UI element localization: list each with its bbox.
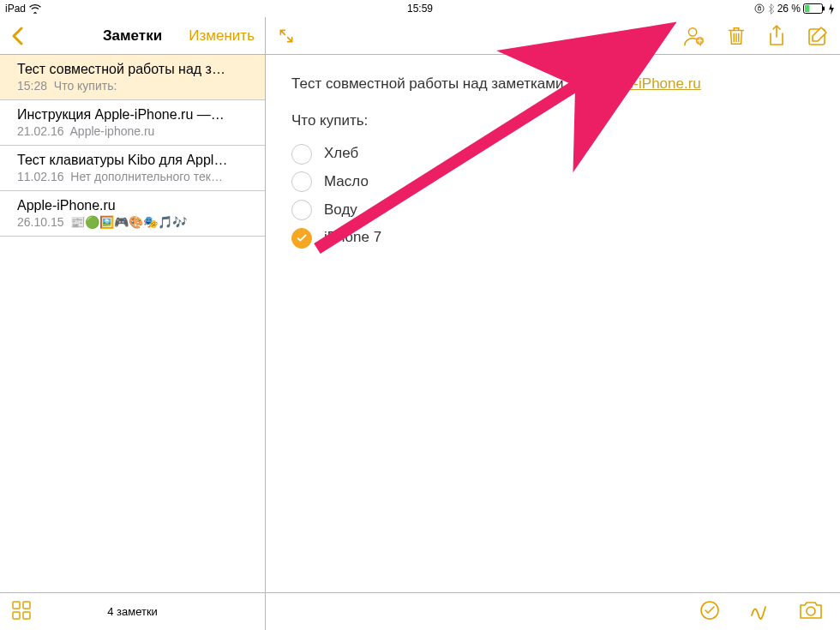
squiggle-icon bbox=[749, 600, 770, 621]
sidebar: Заметки Изменить Тест совместной работы … bbox=[0, 17, 266, 630]
battery-icon bbox=[803, 3, 825, 14]
checklist-item[interactable]: Хлеб bbox=[291, 143, 814, 165]
svg-point-0 bbox=[755, 4, 764, 13]
note-item[interactable]: Инструкция Apple-iPhone.ru —… 21.02.16 A… bbox=[0, 100, 265, 146]
detail-bottom-toolbar bbox=[266, 592, 840, 630]
svg-rect-5 bbox=[23, 602, 30, 609]
checklist-label: iPhone 7 bbox=[324, 227, 381, 249]
edit-button[interactable]: Изменить bbox=[189, 27, 265, 45]
note-item[interactable]: Apple-iPhone.ru 26.10.15 📰🟢🖼️🎮🎨🎭🎵🎶 bbox=[0, 191, 265, 237]
add-people-button[interactable] bbox=[682, 25, 705, 47]
svg-point-12 bbox=[807, 607, 815, 615]
notes-count: 4 заметки bbox=[107, 605, 158, 618]
checklist-label: Хлеб bbox=[324, 143, 358, 165]
status-bar: iPad 15:59 26 % bbox=[0, 0, 840, 17]
person-add-icon bbox=[682, 25, 705, 47]
checklist-item[interactable]: Воду bbox=[291, 200, 814, 221]
note-first-line: Тест совместной работы над заметками для… bbox=[291, 74, 814, 95]
note-item[interactable]: Тест совместной работы над з… 15:28 Что … bbox=[0, 55, 265, 100]
grid-icon bbox=[12, 601, 31, 620]
sidebar-header: Заметки Изменить bbox=[0, 17, 265, 55]
status-time: 15:59 bbox=[407, 3, 433, 15]
device-label: iPad bbox=[5, 3, 26, 15]
note-title: Apple-iPhone.ru bbox=[17, 198, 253, 213]
checklist-item[interactable]: Масло bbox=[291, 171, 814, 193]
sidebar-footer: 4 заметки bbox=[0, 592, 265, 630]
checklist-label: Воду bbox=[324, 200, 357, 221]
sidebar-title: Заметки bbox=[103, 27, 162, 45]
trash-icon bbox=[727, 26, 746, 46]
note-subtitle: 15:28 Что купить: bbox=[17, 79, 253, 93]
grid-view-button[interactable] bbox=[0, 601, 31, 623]
charging-icon bbox=[828, 3, 835, 15]
note-body[interactable]: Тест совместной работы над заметками для… bbox=[266, 55, 840, 592]
svg-point-8 bbox=[688, 27, 696, 35]
note-title: Инструкция Apple-iPhone.ru —… bbox=[17, 107, 253, 123]
svg-rect-4 bbox=[13, 602, 20, 609]
camera-button[interactable] bbox=[799, 601, 823, 623]
detail-toolbar bbox=[266, 17, 840, 55]
checklist-item[interactable]: iPhone 7 bbox=[291, 227, 814, 249]
note-title: Тест клавиатуры Kibo для Appl… bbox=[17, 153, 253, 168]
orientation-lock-icon bbox=[754, 3, 765, 14]
sketch-button[interactable] bbox=[749, 600, 770, 624]
bluetooth-icon bbox=[767, 3, 775, 15]
note-subtitle: 21.02.16 Apple-iphone.ru bbox=[17, 124, 253, 138]
svg-rect-6 bbox=[13, 612, 20, 619]
checkbox-unchecked-icon[interactable] bbox=[291, 171, 312, 192]
note-item[interactable]: Тест клавиатуры Kibo для Appl… 11.02.16 … bbox=[0, 146, 265, 191]
svg-rect-3 bbox=[823, 7, 825, 11]
battery-percent: 26 % bbox=[777, 3, 801, 15]
delete-button[interactable] bbox=[727, 26, 746, 46]
new-note-button[interactable] bbox=[807, 26, 828, 46]
note-subtitle: 11.02.16 Нет дополнительного тек… bbox=[17, 170, 253, 183]
compose-icon bbox=[807, 26, 828, 46]
expand-icon bbox=[278, 27, 295, 45]
share-button[interactable] bbox=[768, 25, 785, 47]
back-button[interactable] bbox=[0, 27, 34, 45]
detail-pane: Тест совместной работы над заметками для… bbox=[266, 17, 840, 630]
expand-button[interactable] bbox=[278, 27, 295, 45]
note-subhead: Что купить: bbox=[291, 111, 814, 132]
checklist-icon bbox=[699, 600, 720, 621]
chevron-left-icon bbox=[11, 27, 23, 45]
note-subtitle: 26.10.15 📰🟢🖼️🎮🎨🎭🎵🎶 bbox=[17, 215, 253, 229]
notes-list: Тест совместной работы над з… 15:28 Что … bbox=[0, 55, 265, 592]
wifi-icon bbox=[29, 3, 41, 14]
checkbox-unchecked-icon[interactable] bbox=[291, 200, 312, 220]
share-icon bbox=[768, 25, 785, 47]
note-link[interactable]: Apple-iPhone.ru bbox=[597, 75, 701, 92]
svg-rect-2 bbox=[805, 5, 810, 12]
checkbox-unchecked-icon[interactable] bbox=[291, 144, 312, 165]
camera-icon bbox=[799, 601, 823, 620]
checkbox-checked-icon[interactable] bbox=[291, 228, 312, 249]
svg-rect-7 bbox=[23, 612, 30, 619]
note-title: Тест совместной работы над з… bbox=[17, 62, 253, 77]
checklist-button[interactable] bbox=[699, 600, 720, 624]
checklist-label: Масло bbox=[324, 171, 369, 193]
